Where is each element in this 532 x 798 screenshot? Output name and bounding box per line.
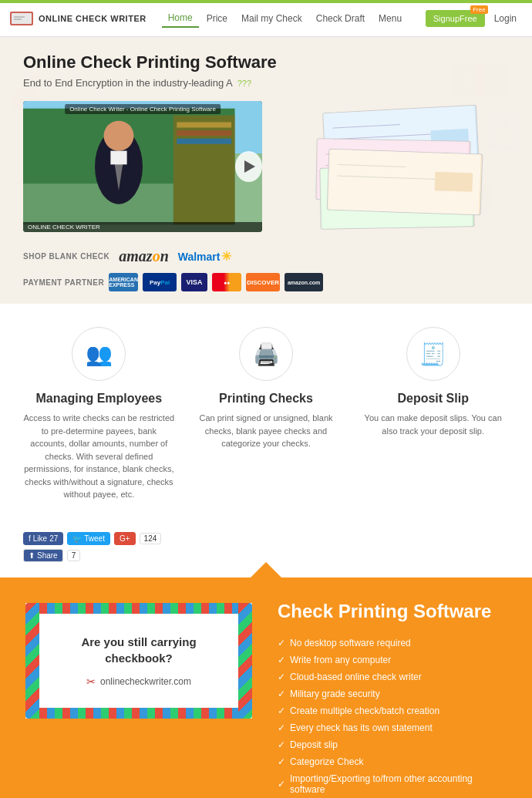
share-count-badge: 124 bbox=[140, 533, 162, 544]
nav-mail-check[interactable]: Mail my Check bbox=[235, 10, 308, 27]
discover-card: DISCOVER bbox=[246, 273, 280, 291]
free-badge: Free bbox=[470, 5, 487, 14]
nav-links: Home Price Mail my Check Check Draft Men… bbox=[162, 9, 426, 28]
feature-employees-title: Managing Employees bbox=[36, 392, 163, 406]
envelope-url: onlinecheckwriter.com bbox=[100, 676, 191, 687]
visa-card: VISA bbox=[181, 273, 207, 291]
svg-rect-9 bbox=[23, 184, 173, 224]
walmart-logo[interactable]: Walmart✳ bbox=[178, 249, 232, 264]
video-bottom-bar: ONLINE CHECK WRITER bbox=[23, 222, 262, 232]
check-icon: ✓ bbox=[278, 638, 285, 648]
video-play-button[interactable] bbox=[235, 151, 262, 182]
video-scene bbox=[23, 101, 235, 232]
hero-checks-image bbox=[278, 101, 509, 232]
video-title-label: Online Check Writer - Online Check Print… bbox=[65, 104, 221, 114]
orange-section-title: Check Printing Software bbox=[278, 601, 509, 622]
check-icon: ✓ bbox=[278, 779, 285, 790]
check-icon: ✓ bbox=[278, 739, 285, 750]
svg-rect-8 bbox=[177, 139, 231, 144]
check-icon: ✓ bbox=[278, 756, 285, 767]
feature-deposit-icon-wrap: 🧾 bbox=[406, 327, 460, 381]
list-item: ✓Create multiple check/batch creation bbox=[278, 702, 509, 719]
check-icon: ✓ bbox=[278, 705, 285, 716]
orange-section: Are you still carrying checkbook? ✂ onli… bbox=[0, 577, 532, 799]
amazon-logo[interactable]: amazon bbox=[119, 247, 168, 265]
list-item: ✓Every check has its own statement bbox=[278, 719, 509, 736]
list-item: ✓Deposit slip bbox=[278, 736, 509, 753]
envelope-content: Are you still carrying checkbook? ✂ onli… bbox=[41, 618, 237, 703]
amex-card: AMERICANEXPRESS bbox=[109, 273, 138, 291]
feature-deposit: 🧾 Deposit Slip You can make deposit slip… bbox=[349, 327, 517, 501]
share-num-badge: 7 bbox=[67, 550, 81, 561]
navigation: ONLINE CHECK WRITER Home Price Mail my C… bbox=[0, 0, 532, 37]
amazon-pay-card: amazon.com bbox=[285, 273, 323, 291]
check-card-4 bbox=[327, 149, 483, 216]
twitter-tweet-button[interactable]: 🐦 Tweet bbox=[67, 532, 110, 545]
nav-price[interactable]: Price bbox=[200, 10, 234, 27]
nav-top-bar bbox=[0, 0, 532, 3]
list-item: ✓Write from any computer bbox=[278, 652, 509, 668]
logo-icon bbox=[9, 9, 34, 28]
envelope-card: Are you still carrying checkbook? ✂ onli… bbox=[23, 601, 254, 721]
svg-rect-7 bbox=[177, 130, 231, 136]
paypal-card: PayPal bbox=[143, 273, 177, 291]
logo[interactable]: ONLINE CHECK WRITER bbox=[9, 9, 146, 28]
check-icon: ✓ bbox=[278, 672, 285, 682]
list-item: ✓Categorize Check bbox=[278, 753, 509, 770]
social-buttons-row: f Like 27 🐦 Tweet G+ 124 bbox=[23, 532, 509, 545]
list-item: ✓Cloud-based online check writer bbox=[278, 668, 509, 685]
gplus-button[interactable]: G+ bbox=[114, 532, 136, 545]
login-button[interactable]: Login bbox=[488, 10, 523, 27]
nav-check-draft[interactable]: Check Draft bbox=[310, 10, 371, 27]
feature-employees-desc: Access to write checks can be restricted… bbox=[23, 412, 175, 501]
feature-printing: 🖨️ Printing Checks Can print signed or u… bbox=[183, 327, 350, 501]
facebook-like-button[interactable]: f Like 27 bbox=[23, 532, 63, 545]
svg-rect-6 bbox=[177, 122, 231, 127]
share-button[interactable]: ⬆ Share bbox=[23, 549, 63, 562]
walmart-spark: ✳ bbox=[221, 250, 231, 263]
hero-subtitle: End to End Encryption in the industry-le… bbox=[23, 77, 509, 89]
check-stack bbox=[308, 109, 478, 232]
feature-deposit-desc: You can make deposit slips. You can also… bbox=[357, 412, 509, 437]
feature-printing-desc: Can print signed or unsigned, blank chec… bbox=[190, 412, 342, 450]
video-thumbnail: Online Check Writer - Online Check Print… bbox=[23, 101, 262, 232]
features-section: 👥 Managing Employees Access to write che… bbox=[0, 304, 532, 524]
nav-home[interactable]: Home bbox=[162, 9, 199, 28]
feature-employees-icon-wrap: 👥 bbox=[72, 327, 126, 381]
svg-point-11 bbox=[104, 121, 134, 151]
twitter-icon: 🐦 bbox=[72, 534, 82, 543]
svg-rect-30 bbox=[435, 172, 473, 192]
envelope-logo-row: ✂ onlinecheckwriter.com bbox=[49, 675, 229, 688]
check-icon: ✓ bbox=[278, 722, 285, 733]
envelope-question: Are you still carrying checkbook? bbox=[49, 634, 229, 666]
list-item: ✓No desktop software required bbox=[278, 635, 509, 652]
envelope-logo-icon: ✂ bbox=[86, 675, 96, 688]
envelope-stripe-right bbox=[238, 603, 252, 719]
nav-menu[interactable]: Menu bbox=[372, 10, 408, 27]
envelope-stripe-left bbox=[25, 603, 39, 719]
envelope-stripe-top bbox=[39, 603, 238, 614]
shop-section: SHOP BLANK CHECK amazon Walmart✳ PAYMENT… bbox=[0, 240, 532, 304]
check-icon: ✓ bbox=[278, 655, 285, 665]
feature-employees: 👥 Managing Employees Access to write che… bbox=[15, 327, 183, 501]
feature-deposit-title: Deposit Slip bbox=[397, 392, 468, 406]
mastercard-card: ●● bbox=[212, 273, 241, 291]
envelope-stripe-bottom bbox=[39, 708, 238, 719]
logo-text: ONLINE CHECK WRITER bbox=[39, 14, 146, 23]
hero-content: Online Check Writer - Online Check Print… bbox=[23, 101, 509, 232]
shop-row: SHOP BLANK CHECK amazon Walmart✳ bbox=[23, 247, 509, 265]
svg-rect-13 bbox=[110, 151, 126, 165]
hero-section: 💵 🧾 💰 💵 Online Check Printing Software E… bbox=[0, 37, 532, 240]
check-icon: ✓ bbox=[278, 689, 285, 699]
feature-list: ✓No desktop software required ✓Write fro… bbox=[278, 635, 509, 798]
orange-right: Check Printing Software ✓No desktop soft… bbox=[278, 601, 509, 798]
signup-button[interactable]: SignupFree Free bbox=[426, 10, 485, 27]
list-item: ✓Military grade security bbox=[278, 685, 509, 702]
share-row: ⬆ Share 7 bbox=[23, 549, 509, 562]
share-icon: ⬆ bbox=[29, 551, 35, 560]
printer-icon: 🖨️ bbox=[253, 342, 280, 367]
hero-video[interactable]: Online Check Writer - Online Check Print… bbox=[23, 101, 262, 232]
list-item: ✓Importing/Exporting to/from other accou… bbox=[278, 770, 509, 798]
deposit-icon: 🧾 bbox=[419, 342, 446, 367]
subtitle-badge: ??? bbox=[237, 79, 251, 88]
